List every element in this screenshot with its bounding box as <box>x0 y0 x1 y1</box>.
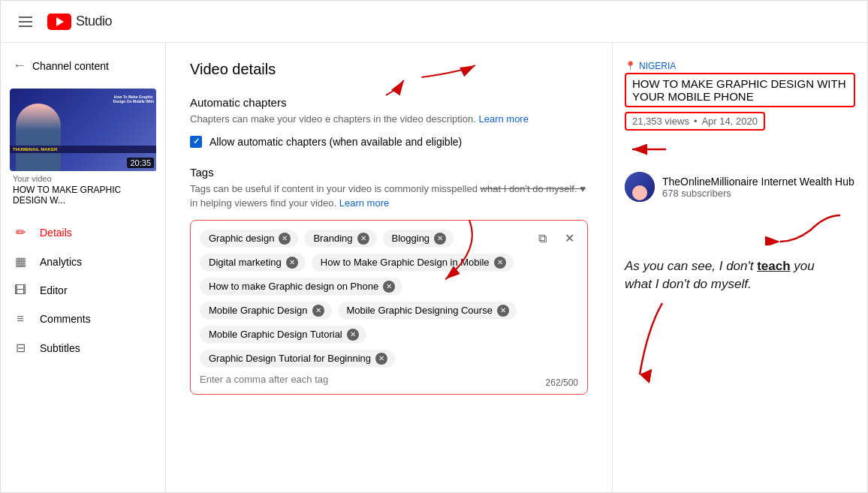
channel-row: TheOnlineMillionaire Internet Wealth Hub… <box>625 172 855 202</box>
tags-grid: Graphic design ✕ Branding ✕ Blogging ✕ <box>200 230 578 368</box>
left-arrow-svg <box>625 138 670 161</box>
tag-count: 262/500 <box>546 377 578 388</box>
video-title: HOW TO MAKE GRAPHIC DESIGN WITH YOUR MOB… <box>632 77 848 103</box>
tag-chip-mobile-tutorial: Mobile Graphic Design Tutorial ✕ <box>200 326 366 344</box>
auto-chapters-checkbox[interactable] <box>190 136 202 148</box>
tag-input[interactable] <box>200 374 578 385</box>
content-area: Video details Automatic chapters Chapter… <box>166 43 612 492</box>
app-header: Studio <box>1 1 867 43</box>
main-layout: ← Channel content How To Make GraphicDes… <box>1 43 867 492</box>
right-arrow <box>625 208 855 245</box>
analytics-label: Analytics <box>40 256 82 268</box>
avatar-image <box>625 172 655 202</box>
sidebar-navigation: ✏ Details ▦ Analytics 🎞 Editor ≡ Comment… <box>1 218 165 362</box>
video-thumbnail: How To Make GraphicDesign On Mobile With… <box>10 89 156 171</box>
comments-label: Comments <box>40 313 91 325</box>
video-date: Apr 14, 2020 <box>701 116 757 127</box>
video-stats-box: 21,353 views • Apr 14, 2020 <box>625 112 765 131</box>
tag-remove-button[interactable]: ✕ <box>375 353 387 365</box>
tag-label: Digital marketing <box>209 257 282 268</box>
right-panel: 📍 NIGERIA HOW TO MAKE GRAPHIC DESIGN WIT… <box>612 43 867 492</box>
tags-toolbar: ⧉ ✕ <box>530 227 581 251</box>
annotation-line2: what I don't do myself. <box>625 277 752 291</box>
channel-info: TheOnlineMillionaire Internet Wealth Hub… <box>662 176 854 199</box>
back-arrow-icon: ← <box>13 58 26 74</box>
tag-label: Graphic design <box>209 233 274 244</box>
tag-label: How to Make Graphic Design in Mobile <box>321 257 490 268</box>
tag-chip-how-to-make-mobile: How to Make Graphic Design in Mobile ✕ <box>312 254 514 272</box>
auto-chapters-title: Automatic chapters <box>190 96 588 109</box>
tag-label: How to make Graphic design on Phone <box>209 281 378 292</box>
location-pin-icon: 📍 <box>625 61 636 71</box>
auto-chapters-checkbox-row: Allow automatic chapters (when available… <box>190 136 588 148</box>
tag-remove-button[interactable]: ✕ <box>312 305 324 317</box>
annotation-arrow-svg <box>625 299 700 389</box>
annotation-text: As you can see, I don't teach you what I… <box>625 257 855 293</box>
page-title: Video details <box>190 61 588 78</box>
sidebar-item-details[interactable]: ✏ Details <box>1 218 165 247</box>
thumbnail-text: How To Make GraphicDesign On Mobile With <box>113 95 154 104</box>
tags-learn-more[interactable]: Learn more <box>339 197 389 209</box>
tag-remove-button[interactable]: ✕ <box>383 281 395 293</box>
tag-label: Blogging <box>392 233 430 244</box>
tag-remove-button[interactable]: ✕ <box>497 305 509 317</box>
channel-name: TheOnlineMillionaire Internet Wealth Hub <box>662 176 854 188</box>
channel-content-label: Channel content <box>32 60 109 72</box>
auto-chapters-learn-more[interactable]: Learn more <box>478 113 528 125</box>
tag-remove-button[interactable]: ✕ <box>279 233 291 245</box>
tags-container: ⧉ ✕ Graphic design ✕ Branding ✕ <box>190 220 588 395</box>
annotation-part1: As you can see, I don't <box>625 259 757 273</box>
location-text: NIGERIA <box>639 61 676 71</box>
tag-input-row <box>200 374 578 385</box>
pencil-icon: ✏ <box>13 225 28 239</box>
right-channel-arrow <box>765 208 855 245</box>
your-video-label: Your video HOW TO MAKE GRAPHIC DESIGN W.… <box>10 174 156 206</box>
sidebar-item-subtitles[interactable]: ⊟ Subtitles <box>1 333 165 362</box>
copy-tags-button[interactable]: ⧉ <box>530 227 554 251</box>
editor-label: Editor <box>40 284 68 296</box>
hamburger-menu[interactable] <box>13 11 38 33</box>
details-label: Details <box>40 227 72 239</box>
tag-remove-button[interactable]: ✕ <box>494 257 506 269</box>
video-title-short: HOW TO MAKE GRAPHIC DESIGN W... <box>13 185 153 206</box>
tag-remove-button[interactable]: ✕ <box>286 257 298 269</box>
tag-chip-mobile-designing-course: Mobile Graphic Designing Course ✕ <box>338 302 517 320</box>
comment-icon: ≡ <box>13 312 28 326</box>
tag-remove-button[interactable]: ✕ <box>434 233 446 245</box>
clear-tags-button[interactable]: ✕ <box>557 227 581 251</box>
annotation-bold: teach <box>757 259 790 273</box>
subtitles-icon: ⊟ <box>13 341 28 355</box>
channel-avatar <box>625 172 655 202</box>
auto-chapters-checkbox-label: Allow automatic chapters (when available… <box>209 136 462 148</box>
auto-chapters-section: Automatic chapters Chapters can make you… <box>190 96 588 148</box>
avatar-face <box>632 185 647 200</box>
video-duration: 20:35 <box>127 158 154 168</box>
video-title-box: HOW TO MAKE GRAPHIC DESIGN WITH YOUR MOB… <box>625 73 855 107</box>
your-video-text: Your video <box>13 174 153 183</box>
tags-title: Tags <box>190 166 588 179</box>
film-icon: 🎞 <box>13 284 28 297</box>
video-views: 21,353 views <box>632 116 689 127</box>
tags-section: Tags Tags can be useful if content in yo… <box>190 166 588 395</box>
bar-chart-icon: ▦ <box>13 254 28 269</box>
header-left: Studio <box>13 11 112 33</box>
tag-chip-how-to-make-phone: How to make Graphic design on Phone ✕ <box>200 278 402 296</box>
sidebar: ← Channel content How To Make GraphicDes… <box>1 43 166 492</box>
tag-label: Mobile Graphic Design <box>209 305 308 316</box>
sidebar-item-analytics[interactable]: ▦ Analytics <box>1 247 165 276</box>
tag-chip-tutorial-beginning: Graphic Design Tutorial for Beginning ✕ <box>200 350 395 368</box>
tag-remove-button[interactable]: ✕ <box>357 233 369 245</box>
channel-subscribers: 678 subscribers <box>662 188 854 199</box>
thumbnail-banner: THUMBNAIL MAKER <box>10 146 156 153</box>
tag-label: Mobile Graphic Design Tutorial <box>209 329 342 340</box>
tag-chip-digital-marketing: Digital marketing ✕ <box>200 254 306 272</box>
youtube-logo: Studio <box>47 14 112 30</box>
video-location: 📍 NIGERIA <box>625 61 855 71</box>
thumbnail-banner-text: THUMBNAIL MAKER <box>13 147 154 152</box>
sidebar-item-editor[interactable]: 🎞 Editor <box>1 276 165 305</box>
back-to-channel[interactable]: ← Channel content <box>1 49 165 83</box>
tag-label: Graphic Design Tutorial for Beginning <box>209 353 371 364</box>
tag-remove-button[interactable]: ✕ <box>347 329 359 341</box>
sidebar-item-comments[interactable]: ≡ Comments <box>1 305 165 333</box>
tag-chip-mobile-graphic-design: Mobile Graphic Design ✕ <box>200 302 332 320</box>
